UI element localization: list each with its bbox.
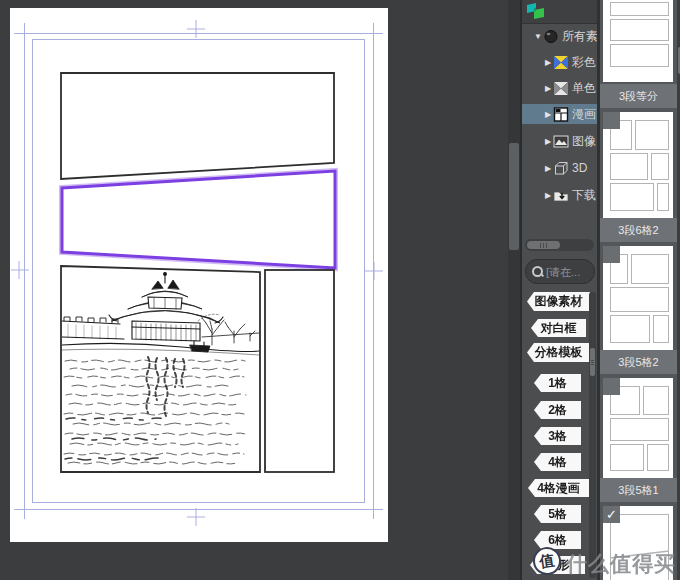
image-icon [553, 134, 569, 149]
all-materials-icon [543, 29, 559, 44]
thumb-panel-cell [653, 315, 669, 343]
tag-button-6-panel[interactable]: 6格 [534, 531, 581, 549]
template-card-3-rows-equal[interactable] [603, 0, 673, 82]
thumb-panel-cell [610, 2, 669, 16]
thumb-panel-cell [610, 444, 644, 471]
tree-item-all-materials[interactable]: ▼ 所有素材 [522, 26, 608, 46]
thumb-panel-cell [631, 254, 669, 284]
thumb-panel-cell [610, 153, 648, 180]
expand-closed-icon[interactable]: ▶ [543, 84, 553, 93]
expand-closed-icon[interactable]: ▶ [543, 137, 553, 146]
thumb-panel-cell [610, 44, 669, 67]
tree-item-label: 彩色 [572, 54, 596, 71]
tag-button-panel-template[interactable]: 分格模板 [527, 343, 590, 362]
tag-button-4-panel[interactable]: 4格 [534, 453, 581, 471]
panel-frame-bottom-right[interactable] [265, 270, 334, 472]
app-window: ▼ 所有素材 ▶ 彩色 ▶ 单色 [0, 0, 680, 580]
expand-closed-icon[interactable]: ▶ [543, 58, 553, 67]
tree-item-label: 单色 [572, 80, 596, 97]
tree-item-label: 3D [572, 161, 587, 175]
clip-studio-logo-icon [525, 2, 547, 21]
materials-palette: ▼ 所有素材 ▶ 彩色 ▶ 单色 [520, 0, 597, 580]
panel-frame-top[interactable] [61, 73, 334, 179]
template-checkbox[interactable] [603, 246, 620, 263]
panel-frame-selected[interactable] [62, 171, 335, 268]
template-label: 3段5格2 [600, 350, 677, 374]
tree-item-label: 图像 [572, 133, 596, 150]
canvas-vertical-scrollbar-thumb[interactable] [509, 143, 519, 250]
template-checkbox[interactable] [603, 378, 620, 395]
tree-horizontal-scrollbar-thumb[interactable] [527, 241, 560, 249]
tag-button-4-panel-comic[interactable]: 4格漫画 [528, 479, 589, 497]
template-checkbox-checked[interactable]: ✓ [603, 506, 620, 523]
tag-button-3-panel[interactable]: 3格 [534, 427, 581, 445]
template-checkbox[interactable] [603, 112, 620, 129]
thumb-slanted-divider [610, 514, 669, 580]
document-page[interactable] [10, 8, 388, 542]
color-pinwheel-icon [553, 55, 569, 70]
tag-button-5-panel[interactable]: 5格 [534, 505, 581, 523]
thumb-panel-cell [643, 386, 669, 415]
tree-item-label: 下载 [572, 187, 596, 204]
tag-button-2-panel[interactable]: 2格 [534, 401, 581, 419]
tags-vertical-scrollbar-thumb[interactable] [590, 348, 595, 376]
tags-vertical-scrollbar[interactable] [589, 292, 596, 578]
thumb-panel-cell [610, 19, 669, 41]
expand-closed-icon[interactable]: ▶ [543, 164, 553, 173]
download-folder-icon [553, 188, 569, 203]
search-box [525, 259, 595, 284]
thumb-panel-cell [610, 418, 669, 441]
tag-button-cloud-shape[interactable]: 云形 [530, 556, 585, 574]
template-list: 3段等分 3段6格2 3段5格2 [597, 0, 680, 580]
tag-button-1-panel[interactable]: 1格 [534, 374, 581, 392]
canvas-area [0, 0, 508, 580]
search-icon [532, 266, 543, 277]
template-label: 3段等分 [600, 84, 677, 108]
mono-pinwheel-icon [553, 81, 569, 96]
thumb-panel-cell [657, 183, 669, 211]
tag-button-speech-balloon[interactable]: 对白框 [531, 319, 586, 337]
thumb-panel-cell [635, 120, 669, 150]
thumb-panel-cell [610, 315, 650, 343]
tree-horizontal-scrollbar[interactable] [525, 239, 594, 251]
template-label: 3段6格2 [600, 218, 677, 242]
template-label: 3段5格1 [600, 478, 677, 502]
comic-panels-icon [553, 107, 569, 122]
tag-button-image-material[interactable]: 图像素材 [527, 292, 590, 311]
expand-closed-icon[interactable]: ▶ [543, 110, 553, 119]
tree-item-label: 漫画 [572, 106, 596, 123]
cube-3d-icon [553, 161, 569, 176]
thumb-panel-cell [610, 183, 654, 211]
thumb-panel-cell [610, 287, 669, 312]
expand-closed-icon[interactable]: ▶ [543, 191, 553, 200]
canvas-vertical-scrollbar[interactable] [508, 0, 520, 580]
expand-open-icon[interactable]: ▼ [533, 32, 543, 41]
palette-header [522, 0, 597, 24]
thumb-panel-cell [651, 153, 669, 180]
search-input[interactable] [546, 266, 590, 278]
thumb-panel-cell [647, 444, 669, 471]
